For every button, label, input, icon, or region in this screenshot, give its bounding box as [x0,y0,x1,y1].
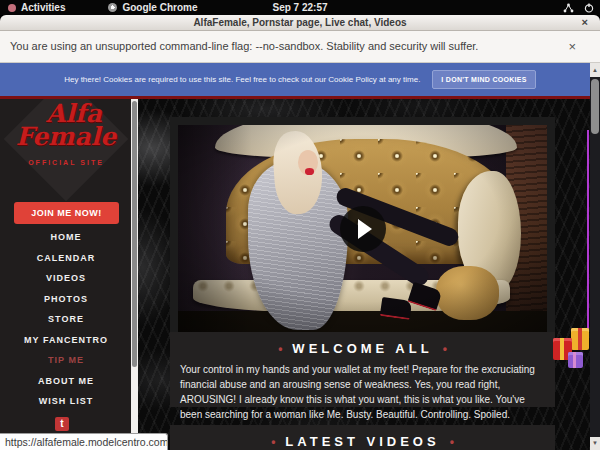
main-area: • WELCOME ALL • Your control in my hands… [138,99,590,450]
sidebar-item-about-me[interactable]: ABOUT ME [0,371,132,392]
sidebar-item-home[interactable]: HOME [0,227,132,248]
sidebar-item-store[interactable]: STORE [0,309,132,330]
official-site-tagline: OFFICIAL SITE [0,159,132,166]
cookie-banner: Hey there! Cookies are required to use t… [0,63,600,96]
sidebar-item-videos[interactable]: VIDEOS [0,268,132,289]
heading-dot-right: • [443,342,447,356]
sidebar-item-my-fancentro[interactable]: MY FANCENTRO [0,330,132,351]
page-content: Alfa Female OFFICIAL SITE JOIN ME NOW! H… [0,99,600,450]
cookie-message: Hey there! Cookies are required to use t… [64,75,420,84]
sidebar-item-calendar[interactable]: CALENDAR [0,248,132,269]
sidebar-item-wish-list[interactable]: WISH LIST [0,391,132,412]
window-close-icon[interactable]: × [582,16,588,28]
infobar-close-icon[interactable]: × [568,39,576,54]
clock[interactable]: Sep 7 22:57 [0,2,600,13]
heading-dot-right: • [450,435,454,449]
join-me-now-button[interactable]: JOIN ME NOW! [14,202,119,224]
network-icon[interactable] [563,3,574,13]
gift-icon[interactable] [552,322,590,374]
sidebar-scrollbar-thumb[interactable] [132,101,137,367]
latest-videos-section: • LATEST VIDEOS • [170,425,555,450]
scrollbar-down-icon[interactable]: ▼ [590,437,600,450]
screen: Activities Google Chrome Sep 7 22:57 Alf… [0,0,600,450]
sidebar-item-photos[interactable]: PHOTOS [0,289,132,310]
sidebar: Alfa Female OFFICIAL SITE JOIN ME NOW! H… [0,99,132,450]
cookie-accept-button[interactable]: I DON'T MIND COOKIES [432,70,535,89]
side-tab-edge [587,130,590,332]
latest-videos-title: LATEST VIDEOS [285,434,439,449]
system-top-bar: Activities Google Chrome Sep 7 22:57 [0,0,600,15]
welcome-section: • WELCOME ALL • Your control in my hands… [170,332,555,407]
scrollbar-up-icon[interactable]: ▲ [590,63,600,77]
site-logo[interactable]: Alfa Female [0,101,132,149]
infobar-message: You are using an unsupported command-lin… [10,40,478,52]
twitter-icon[interactable]: t [55,417,69,431]
play-icon [358,219,372,239]
sidebar-nav: HOME CALENDAR VIDEOS PHOTOS STORE MY FAN… [0,227,132,412]
window-title-bar: AlfaFemale, Pornstar page, Live chat, Vi… [0,15,600,31]
browser-scrollbar[interactable]: ▲ ▼ [590,63,600,450]
status-url-bubble: https://alfafemale.modelcentro.com/tips [0,433,168,450]
sidebar-item-tip-me[interactable]: TIP ME [0,350,132,371]
window-title: AlfaFemale, Pornstar page, Live chat, Vi… [0,17,600,28]
welcome-text: Your control in my hands and your wallet… [170,356,555,422]
hero-video[interactable] [170,117,555,340]
welcome-title: WELCOME ALL [292,341,432,356]
heading-dot-left: • [271,435,275,449]
sidebar-scrollbar[interactable] [131,99,138,450]
chrome-infobar: You are using an unsupported command-lin… [0,31,600,63]
play-button[interactable] [340,206,386,252]
hero-video-thumbnail [178,125,547,332]
logo-line-2: Female [0,124,132,149]
browser-scrollbar-thumb[interactable] [591,79,599,134]
heading-dot-left: • [278,342,282,356]
power-icon[interactable] [584,3,594,13]
